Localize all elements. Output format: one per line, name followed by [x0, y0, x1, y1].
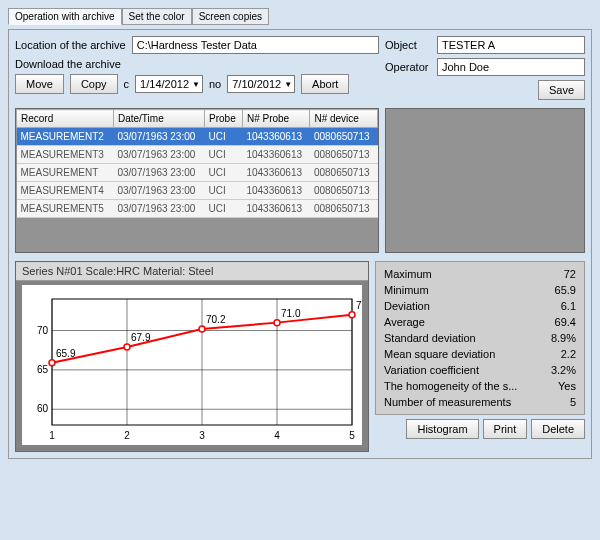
copy-button[interactable]: Copy: [70, 74, 118, 94]
stat-homog-k: The homogeneity of the s...: [384, 380, 517, 392]
to-sep: no: [209, 78, 221, 90]
svg-text:65.9: 65.9: [56, 348, 76, 359]
from-sep: с: [124, 78, 130, 90]
stat-stddev-v: 8.9%: [551, 332, 576, 344]
stat-nmeas-v: 5: [570, 396, 576, 408]
svg-text:65: 65: [37, 364, 49, 375]
stat-homog-v: Yes: [558, 380, 576, 392]
stat-nmeas-k: Number of measurements: [384, 396, 511, 408]
stat-deviation-k: Deviation: [384, 300, 430, 312]
stat-maximum-k: Maximum: [384, 268, 432, 280]
tab-bar: Operation with archive Set the color Scr…: [8, 8, 592, 25]
stat-average-k: Average: [384, 316, 425, 328]
operator-label: Operator: [385, 61, 431, 73]
svg-text:67.9: 67.9: [131, 332, 151, 343]
chevron-down-icon: ▼: [192, 80, 200, 89]
table-row[interactable]: MEASUREMENT203/07/1963 23:00UCI104336061…: [17, 128, 378, 146]
stat-stddev-k: Standard deviation: [384, 332, 476, 344]
archive-panel: Location of the archive Download the arc…: [8, 29, 592, 459]
table-row[interactable]: MEASUREMENT403/07/1963 23:00UCI104336061…: [17, 182, 378, 200]
stat-maximum-v: 72: [564, 268, 576, 280]
stat-minimum-v: 65.9: [555, 284, 576, 296]
svg-text:3: 3: [199, 430, 205, 441]
svg-point-23: [274, 320, 280, 326]
svg-point-21: [199, 326, 205, 332]
stat-msd-v: 2.2: [561, 348, 576, 360]
delete-button[interactable]: Delete: [531, 419, 585, 439]
stat-minimum-k: Minimum: [384, 284, 429, 296]
col-ndevice[interactable]: N# device: [310, 110, 378, 128]
stat-msd-k: Mean square deviation: [384, 348, 495, 360]
svg-text:71.0: 71.0: [281, 308, 301, 319]
chart-canvas: 1234560657065.967.970.271.072.0: [22, 285, 362, 445]
stat-average-v: 69.4: [555, 316, 576, 328]
stat-deviation-v: 6.1: [561, 300, 576, 312]
svg-text:70: 70: [37, 325, 49, 336]
chart-box: Series N#01 Scale:HRC Material: Steel 12…: [15, 261, 369, 452]
col-datetime[interactable]: Date/Time: [113, 110, 204, 128]
svg-text:4: 4: [274, 430, 280, 441]
svg-point-25: [349, 312, 355, 318]
records-grid[interactable]: Record Date/Time Probe N# Probe N# devic…: [15, 108, 379, 253]
print-button[interactable]: Print: [483, 419, 528, 439]
col-record[interactable]: Record: [17, 110, 114, 128]
abort-button[interactable]: Abort: [301, 74, 349, 94]
svg-text:70.2: 70.2: [206, 314, 226, 325]
location-input[interactable]: [132, 36, 379, 54]
save-button[interactable]: Save: [538, 80, 585, 100]
svg-text:2: 2: [124, 430, 130, 441]
object-label: Object: [385, 39, 431, 51]
object-input[interactable]: [437, 36, 585, 54]
col-probe[interactable]: Probe: [205, 110, 243, 128]
svg-text:5: 5: [349, 430, 355, 441]
svg-text:60: 60: [37, 403, 49, 414]
svg-text:1: 1: [49, 430, 55, 441]
operator-input[interactable]: [437, 58, 585, 76]
download-label: Download the archive: [15, 58, 121, 70]
tab-color[interactable]: Set the color: [122, 8, 192, 25]
svg-point-19: [124, 344, 130, 350]
chevron-down-icon: ▼: [284, 80, 292, 89]
tab-archive[interactable]: Operation with archive: [8, 8, 122, 25]
table-row[interactable]: MEASUREMENT03/07/1963 23:00UCI1043360613…: [17, 164, 378, 182]
table-row[interactable]: MEASUREMENT503/07/1963 23:00UCI104336061…: [17, 200, 378, 218]
tab-screen[interactable]: Screen copies: [192, 8, 269, 25]
location-label: Location of the archive: [15, 39, 126, 51]
date-from-combo[interactable]: 1/14/2012▼: [135, 75, 203, 93]
col-nprobe[interactable]: N# Probe: [242, 110, 310, 128]
date-to-combo[interactable]: 7/10/2012▼: [227, 75, 295, 93]
stat-varcoef-v: 3.2%: [551, 364, 576, 376]
stat-varcoef-k: Variation coefficient: [384, 364, 479, 376]
move-button[interactable]: Move: [15, 74, 64, 94]
preview-panel: [385, 108, 585, 253]
svg-point-17: [49, 360, 55, 366]
table-row[interactable]: MEASUREMENT303/07/1963 23:00UCI104336061…: [17, 146, 378, 164]
chart-title: Series N#01 Scale:HRC Material: Steel: [16, 262, 368, 281]
svg-text:72.0: 72.0: [356, 300, 362, 311]
histogram-button[interactable]: Histogram: [406, 419, 478, 439]
stats-panel: Maximum72 Minimum65.9 Deviation6.1 Avera…: [375, 261, 585, 415]
